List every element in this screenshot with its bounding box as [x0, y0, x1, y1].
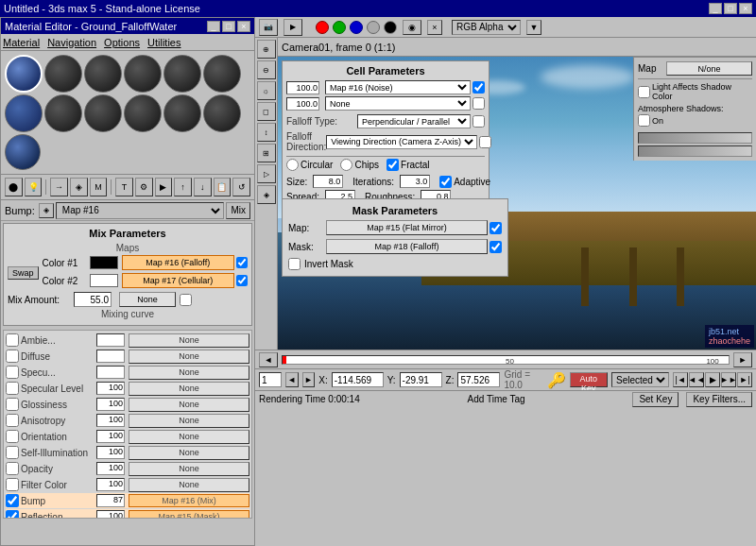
- key-filters-button[interactable]: Key Filters...: [686, 392, 752, 407]
- sphere-cell-7[interactable]: [5, 94, 43, 132]
- cam-arrow-btn[interactable]: ▼: [526, 20, 541, 35]
- circular-radio-input[interactable]: [286, 159, 299, 171]
- color2-swatch[interactable]: [90, 274, 118, 287]
- sphere-cell-8[interactable]: [44, 94, 82, 132]
- vp-btn-1[interactable]: ⊕: [257, 40, 276, 59]
- selected-dropdown[interactable]: Selected: [611, 372, 669, 387]
- sphere-cell-13[interactable]: [5, 134, 41, 170]
- next-frame-btn[interactable]: ►|: [737, 372, 752, 387]
- sphere-cell-5[interactable]: [163, 55, 201, 93]
- cam-play-btn[interactable]: ▶: [284, 19, 302, 36]
- mat-maximize-btn[interactable]: □: [222, 21, 235, 32]
- sphere-cell-6[interactable]: [203, 55, 241, 93]
- x-input[interactable]: [332, 372, 384, 387]
- maximize-button[interactable]: □: [724, 3, 737, 14]
- color1-map-check[interactable]: [236, 257, 248, 268]
- rcp-none-btn[interactable]: N/one: [666, 61, 752, 76]
- ch-map-opacity[interactable]: None: [129, 462, 249, 476]
- tb-select-btn[interactable]: ◈: [70, 178, 88, 196]
- ch-check-ambient[interactable]: [6, 333, 19, 347]
- timeline-nav-right[interactable]: ►: [733, 352, 752, 367]
- next-key-btn[interactable]: ►►: [721, 372, 736, 387]
- swap-button[interactable]: Swap: [8, 266, 39, 280]
- vp-btn-5[interactable]: ↕: [257, 123, 276, 142]
- vp-btn-2[interactable]: ⊖: [257, 60, 276, 79]
- ch-map-orientation[interactable]: None: [129, 430, 249, 444]
- tb-sphere-btn[interactable]: ⬤: [5, 178, 23, 196]
- ch-val-opacity[interactable]: 100: [96, 462, 125, 475]
- ch-val-speclevel[interactable]: 100: [96, 382, 125, 395]
- adaptive-check[interactable]: [439, 176, 452, 188]
- menu-options[interactable]: Options: [104, 37, 140, 48]
- ch-check-anisotropy[interactable]: [6, 414, 19, 427]
- ch-map-filtercolor[interactable]: None: [129, 478, 249, 492]
- rcp-on-check[interactable]: [638, 114, 650, 127]
- ch-check-opacity[interactable]: [6, 462, 19, 475]
- tb-type-btn[interactable]: T: [115, 178, 133, 196]
- ch-map-specu[interactable]: None: [129, 366, 249, 380]
- ch-val-orientation[interactable]: 100: [96, 430, 125, 443]
- mask-invert-check[interactable]: [288, 258, 301, 270]
- sphere-cell-4[interactable]: [124, 55, 162, 93]
- menu-utilities[interactable]: Utilities: [147, 37, 180, 48]
- menu-material[interactable]: Material: [3, 37, 40, 48]
- tb-reset-btn[interactable]: ↺: [232, 178, 250, 196]
- ch-val-diffuse[interactable]: [96, 350, 125, 363]
- rcp-slider-1[interactable]: [638, 132, 752, 144]
- prev-key-btn[interactable]: ◄◄: [689, 372, 704, 387]
- falloff-check-2[interactable]: [472, 97, 485, 110]
- mix-button[interactable]: Mix: [226, 202, 250, 219]
- frame-next-btn[interactable]: ►: [302, 372, 316, 387]
- iterations-input[interactable]: [400, 175, 430, 188]
- cam-x-btn[interactable]: ×: [427, 20, 442, 35]
- ch-check-speclevel[interactable]: [6, 382, 19, 395]
- ch-val-specu[interactable]: [96, 366, 125, 379]
- mask-mask-btn[interactable]: Map #18 (Falloff): [326, 239, 488, 254]
- ch-map-ambient[interactable]: None: [129, 333, 249, 348]
- ch-map-glossiness[interactable]: None: [129, 398, 249, 412]
- falloff-dir-select[interactable]: Viewing Direction (Camera Z-Axis): [326, 135, 477, 149]
- tb-assign-btn[interactable]: →: [50, 178, 68, 196]
- cam-icon-btn[interactable]: 📷: [259, 19, 278, 36]
- mask-map-btn[interactable]: Map #15 (Flat Mirror): [326, 220, 488, 235]
- fractal-check[interactable]: [387, 159, 399, 171]
- ch-val-anisotropy[interactable]: 100: [96, 414, 125, 427]
- tb-back-btn[interactable]: ↑: [174, 178, 192, 196]
- sphere-cell-9[interactable]: [84, 94, 122, 132]
- app-window-controls[interactable]: _ □ ×: [709, 3, 752, 14]
- menu-navigation[interactable]: Navigation: [47, 37, 96, 48]
- frame-prev-btn[interactable]: ◄: [285, 372, 299, 387]
- sphere-cell-2[interactable]: [44, 55, 82, 93]
- play-btn[interactable]: ▶: [705, 372, 720, 387]
- ch-val-filtercolor[interactable]: 100: [96, 478, 125, 491]
- channel-select[interactable]: RGB Alpha: [452, 20, 521, 35]
- sphere-cell-11[interactable]: [163, 94, 201, 132]
- mix-none-check[interactable]: [180, 294, 192, 306]
- rcp-light-check[interactable]: [638, 86, 650, 98]
- mat-close-btn[interactable]: ×: [237, 21, 250, 32]
- ch-check-glossiness[interactable]: [6, 398, 19, 411]
- bump-map-select[interactable]: Map #16: [56, 202, 225, 219]
- falloff-type-check[interactable]: [472, 115, 485, 128]
- mix-amount-input[interactable]: [74, 292, 112, 307]
- size-input[interactable]: [313, 175, 343, 188]
- ch-check-filtercolor[interactable]: [6, 478, 19, 491]
- color1-swatch[interactable]: [90, 256, 118, 269]
- ch-check-selfillum[interactable]: [6, 446, 19, 459]
- falloff-val-1[interactable]: [286, 81, 319, 94]
- falloff-map-select-2[interactable]: None: [325, 96, 471, 111]
- ch-map-speclevel[interactable]: None: [129, 382, 249, 396]
- auto-key-button[interactable]: Auto Key: [570, 372, 608, 387]
- mask-map-check[interactable]: [490, 222, 502, 234]
- sphere-cell-3[interactable]: [84, 55, 122, 93]
- falloff-check-1[interactable]: [472, 81, 485, 94]
- vp-btn-8[interactable]: ◈: [257, 185, 276, 204]
- mask-mask-check[interactable]: [490, 241, 502, 253]
- ch-check-reflection[interactable]: [6, 510, 19, 519]
- ch-val-ambient[interactable]: [96, 333, 125, 347]
- sphere-cell-10[interactable]: [124, 94, 162, 132]
- tb-mat-btn[interactable]: M: [90, 178, 108, 196]
- falloff-dir-check[interactable]: [479, 136, 491, 148]
- ch-check-specu[interactable]: [6, 366, 19, 379]
- ch-check-orientation[interactable]: [6, 430, 19, 443]
